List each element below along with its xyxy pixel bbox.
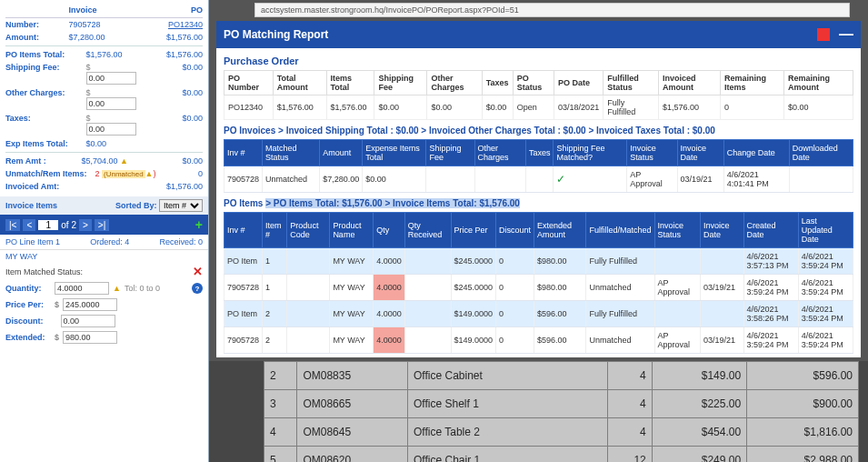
table-row: 4OM08645Office Table 24$454.00$1,816.00	[264, 418, 859, 447]
table-row[interactable]: 79057282MY WAY4.0000$149.00000$596.00Unm…	[224, 327, 853, 354]
background-window: 2OM08835Office Cabinet4$149.00$596.003OM…	[209, 361, 868, 462]
nav-first-button[interactable]: |<	[5, 219, 20, 231]
invoice-items-label: Invoice Items	[5, 201, 57, 210]
table-row[interactable]: PO Item2MY WAY4.0000$149.00000$596.00Ful…	[224, 301, 853, 327]
table-row[interactable]: 79057281MY WAY4.0000$245.00000$980.00Unm…	[224, 275, 853, 301]
extended-input[interactable]: 980.00	[63, 331, 117, 344]
taxes-input[interactable]: 0.00	[86, 123, 136, 136]
pdf-icon[interactable]	[817, 28, 830, 41]
po-invoices-table: Inv #Matched StatusAmountExpense Items T…	[224, 139, 853, 193]
shipping-fee-input[interactable]: 0.00	[86, 72, 136, 85]
discount-input[interactable]: 0.00	[61, 315, 115, 327]
warning-icon: ▲	[120, 156, 128, 166]
po-number-link[interactable]: PO12340	[148, 20, 203, 29]
price-per-input[interactable]: 245.0000	[63, 298, 117, 311]
table-row: 2OM08835Office Cabinet4$149.00$596.00	[264, 362, 859, 390]
col-po: PO	[148, 5, 203, 15]
table-row[interactable]: PO Item1MY WAY4.0000$245.00000$980.00Ful…	[224, 248, 853, 275]
other-charges-input[interactable]: 0.00	[86, 97, 136, 110]
invoice-number[interactable]: 7905728	[69, 20, 142, 29]
nav-prev-button[interactable]: <	[23, 219, 35, 231]
warning-icon: ▲	[113, 284, 121, 293]
page-input[interactable]	[38, 220, 58, 230]
help-icon[interactable]: ?	[192, 283, 203, 294]
po-matching-report: PO Matching Report — Purchase Order PO N…	[216, 21, 861, 357]
nav-last-button[interactable]: >|	[95, 219, 109, 231]
table-row: 5OM08620Office Chair 112$249.00$2,988.00	[264, 447, 859, 463]
nav-next-button[interactable]: >	[79, 219, 92, 231]
invoice-po-sidebar: Invoice PO Number: 7905728 PO12340 Amoun…	[0, 0, 209, 462]
po-invoices-heading: PO Invoices > Invoiced Shipping Total : …	[224, 126, 853, 136]
warning-icon: ▲	[145, 169, 154, 178]
check-icon: ✓	[556, 173, 565, 186]
po-summary-table: PO NumberTotal AmountItems TotalShipping…	[224, 70, 853, 120]
unmatched-x-icon: ✕	[193, 265, 203, 278]
table-row: 3OM08665Office Shelf 14$225.00$900.00	[264, 390, 859, 418]
add-item-button[interactable]: +	[195, 217, 203, 232]
sort-by-select[interactable]: Item #	[159, 199, 203, 212]
line-item-name: MY WAY	[0, 250, 208, 263]
purchase-order-heading: Purchase Order	[224, 55, 853, 66]
report-title: PO Matching Report	[224, 28, 328, 41]
quantity-input[interactable]: 4.0000	[55, 282, 109, 295]
po-items-table: Inv #Item #Product CodeProduct NameQtyQt…	[224, 212, 853, 354]
background-table: 2OM08835Office Cabinet4$149.00$596.003OM…	[264, 361, 859, 462]
po-items-heading: PO Items > PO Items Total: $1,576.00 > I…	[224, 198, 853, 208]
address-bar[interactable]: acctsystem.master.strongroom.hq/InvoiceP…	[254, 3, 850, 17]
col-invoice: Invoice	[69, 5, 142, 15]
pagination-bar: |< < of 2 > >| +	[0, 215, 208, 235]
minimize-icon[interactable]: —	[839, 26, 853, 43]
